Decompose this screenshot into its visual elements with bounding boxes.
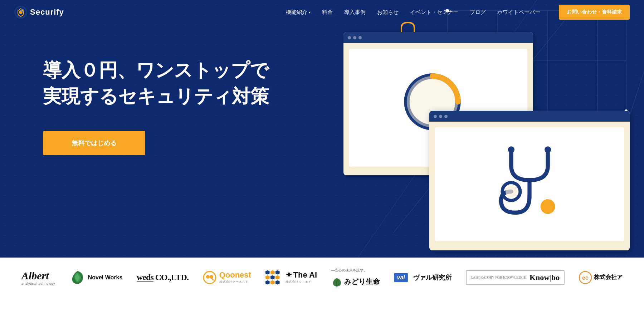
weds-name: weds CO.,LTD. [137, 273, 189, 282]
logo-text: Securify [30, 8, 64, 17]
svg-text:ec: ec [582, 275, 589, 281]
logo-last-company: ec 株式会社ア [579, 271, 623, 284]
svg-point-39 [508, 146, 514, 153]
novel-works-name: Novel Works [88, 274, 123, 281]
last-company-name: 株式会社ア [594, 274, 623, 281]
logo-knowbo: LABORATORY FOR KNOWLEDGE Know|bo [466, 270, 565, 285]
nav-news[interactable]: お知らせ [377, 9, 399, 16]
logo-novel-works: Novel Works [69, 270, 123, 285]
the-ai-name: ✦ The AI [286, 270, 317, 280]
hero-illustration [322, 0, 644, 258]
chevron-down-icon: ▾ [309, 10, 311, 14]
last-company-icon: ec [579, 271, 592, 284]
nav-pricing[interactable]: 料金 [322, 9, 333, 16]
nav-features[interactable]: 機能紹介 ▾ [286, 9, 311, 16]
nav-cases[interactable]: 導入事例 [344, 9, 366, 16]
albert-sub: analytical technology [21, 282, 55, 285]
qoonest-icon [203, 271, 216, 284]
logo-icon [14, 6, 27, 19]
logo-qoonest: Qoonest 株式会社クーネスト [203, 270, 251, 284]
nav-blog[interactable]: ブログ [470, 9, 486, 16]
svg-point-37 [506, 186, 517, 197]
main-nav: 機能紹介 ▾ 料金 導入事例 お知らせ イベント・セミナー ブログ ホワイトペー… [286, 5, 630, 20]
stethoscope-icon [485, 143, 574, 225]
nav-whitepaper[interactable]: ホワイトペーパー [497, 9, 540, 16]
stethoscope-card [429, 111, 630, 250]
hero-start-button[interactable]: 無料ではじめる [43, 131, 145, 155]
midori-name: みどり生命 [344, 277, 380, 287]
midori-tagline: ―安心の未来を託す。 [331, 268, 367, 273]
hero-title: 導入０円、ワンストップで 実現するセキュリティ対策 [43, 57, 269, 109]
svg-point-42 [206, 275, 210, 279]
logo-the-ai: ✦ The AI 株式会社ジ・エイ [265, 270, 317, 285]
hero-content: 導入０円、ワンストップで 実現するセキュリティ対策 無料ではじめる [43, 57, 269, 155]
albert-name: Albert [21, 270, 55, 282]
logo-val: val ヴァル研究所 [394, 273, 452, 282]
svg-point-38 [541, 199, 555, 214]
knowbo-name: LABORATORY FOR KNOWLEDGE [471, 275, 527, 279]
cta-button[interactable]: お問い合わせ・資料請求 [559, 5, 630, 20]
the-ai-hex-grid [265, 270, 280, 285]
svg-point-41 [204, 271, 216, 284]
logo-midori: ―安心の未来を託す。 みどり生命 [331, 268, 380, 287]
knowbo-text: Know|bo [530, 273, 560, 282]
site-header: Securify 機能紹介 ▾ 料金 導入事例 お知らせ イベント・セミナー ブ… [0, 0, 644, 24]
logo-weds: weds CO.,LTD. [137, 273, 189, 282]
the-ai-sub: 株式会社ジ・エイ [286, 280, 317, 284]
nav-events[interactable]: イベント・セミナー [410, 9, 458, 16]
novel-works-icon [69, 270, 85, 285]
midori-leaf-icon [331, 276, 342, 287]
hero-section: Securify 機能紹介 ▾ 料金 導入事例 お知らせ イベント・セミナー ブ… [0, 0, 644, 258]
qoonest-name: Qoonest [219, 270, 251, 280]
svg-point-40 [545, 146, 551, 153]
logos-strip: Albert analytical technology Novel Works… [0, 258, 644, 297]
svg-point-4 [22, 10, 24, 11]
logo-albert: Albert analytical technology [21, 270, 55, 285]
qoonest-sub: 株式会社クーネスト [219, 280, 251, 284]
logo-area[interactable]: Securify [14, 6, 64, 19]
val-badge: val [394, 273, 408, 282]
val-name: ヴァル研究所 [413, 273, 452, 282]
